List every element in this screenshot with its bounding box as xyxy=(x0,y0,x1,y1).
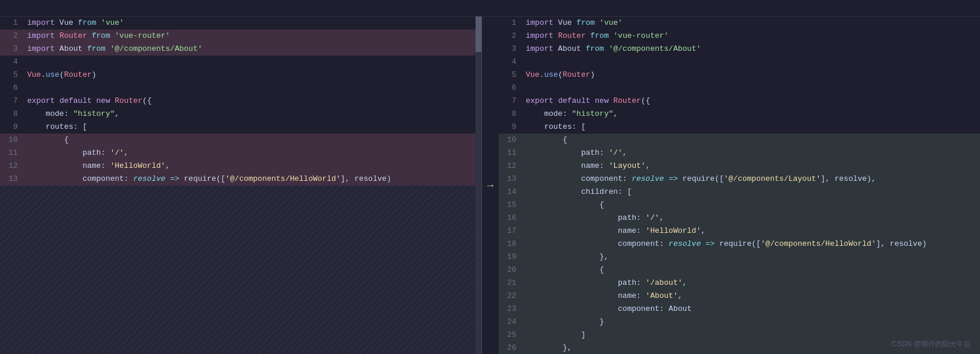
code-line-12: 12 name: 'Layout', xyxy=(499,160,980,173)
line-number: 2 xyxy=(499,30,523,43)
line-content: path: '/', xyxy=(25,147,481,160)
diff-arrow-divider: → xyxy=(482,17,499,354)
right-panel: 1import Vue from 'vue'2import Router fro… xyxy=(499,17,980,354)
code-line-21: 21 path: '/about', xyxy=(499,277,980,290)
line-number: 8 xyxy=(499,108,523,121)
line-number: 3 xyxy=(499,43,523,56)
line-number: 9 xyxy=(499,121,523,134)
line-number: 5 xyxy=(499,69,523,82)
line-number: 3 xyxy=(0,43,25,56)
line-content: path: '/about', xyxy=(523,277,980,290)
line-content: mode: "history", xyxy=(523,108,980,121)
right-code-area[interactable]: 1import Vue from 'vue'2import Router fro… xyxy=(499,17,980,354)
code-line-10: 10 { xyxy=(499,134,980,147)
line-number: 13 xyxy=(0,173,25,186)
line-number: 1 xyxy=(0,17,25,30)
line-content: import Vue from 'vue' xyxy=(25,17,481,30)
line-number: 1 xyxy=(499,17,523,30)
line-number: 16 xyxy=(499,212,523,225)
line-number: 8 xyxy=(0,108,25,121)
code-line-6: 6 xyxy=(0,82,481,95)
code-line-12: 12 name: 'HelloWorld', xyxy=(0,160,481,173)
line-content: component: About xyxy=(523,303,980,316)
left-code-area[interactable]: 1import Vue from 'vue'2import Router fro… xyxy=(0,17,481,186)
line-content: { xyxy=(25,134,481,147)
code-line-3: 3import About from '@/components/About' xyxy=(0,43,481,56)
line-number: 6 xyxy=(0,82,25,95)
line-content: import Router from 'vue-router' xyxy=(523,30,980,43)
code-line-1: 1import Vue from 'vue' xyxy=(0,17,481,30)
diff-arrow-icon: → xyxy=(487,180,494,191)
line-number: 18 xyxy=(499,238,523,251)
line-content: name: 'HelloWorld', xyxy=(25,160,481,173)
line-number: 4 xyxy=(0,56,25,69)
code-line-15: 15 { xyxy=(499,199,980,212)
code-line-5: 5Vue.use(Router) xyxy=(499,69,980,82)
line-number: 4 xyxy=(499,56,523,69)
line-number: 24 xyxy=(499,316,523,329)
code-line-10: 10 { xyxy=(0,134,481,147)
line-content: import About from '@/components/About' xyxy=(25,43,481,56)
line-content: Vue.use(Router) xyxy=(25,69,481,82)
line-content: name: 'HelloWorld', xyxy=(523,225,980,238)
line-number: 10 xyxy=(0,134,25,147)
line-number: 12 xyxy=(499,160,523,173)
line-content: component: resolve => require(['@/compon… xyxy=(523,238,980,251)
code-line-7: 7export default new Router({ xyxy=(0,95,481,108)
line-content: path: '/', xyxy=(523,147,980,160)
line-number: 2 xyxy=(0,30,25,43)
line-content: routes: [ xyxy=(523,121,980,134)
left-panel: 1import Vue from 'vue'2import Router fro… xyxy=(0,17,482,354)
line-number: 17 xyxy=(499,225,523,238)
watermark: CSDN @明仔的阳光午后 xyxy=(891,339,971,349)
code-line-17: 17 name: 'HelloWorld', xyxy=(499,225,980,238)
code-line-24: 24 } xyxy=(499,316,980,329)
line-content: import Router from 'vue-router' xyxy=(25,30,481,43)
code-line-4: 4 xyxy=(499,56,980,69)
line-number: 7 xyxy=(499,95,523,108)
code-line-6: 6 xyxy=(499,82,980,95)
code-line-9: 9 routes: [ xyxy=(499,121,980,134)
line-number: 9 xyxy=(0,121,25,134)
line-content: path: '/', xyxy=(523,212,980,225)
scrollbar-thumb[interactable] xyxy=(476,17,481,52)
line-content: import About from '@/components/About' xyxy=(523,43,980,56)
line-content: children: [ xyxy=(523,186,980,199)
line-number: 20 xyxy=(499,264,523,277)
line-number: 11 xyxy=(0,147,25,160)
scrollbar-track[interactable] xyxy=(476,17,481,354)
line-number: 5 xyxy=(0,69,25,82)
line-number: 14 xyxy=(499,186,523,199)
line-number: 26 xyxy=(499,342,523,354)
line-number: 23 xyxy=(499,303,523,316)
code-line-13: 13 component: resolve => require(['@/com… xyxy=(499,173,980,186)
line-number: 10 xyxy=(499,134,523,147)
code-line-2: 2import Router from 'vue-router' xyxy=(0,30,481,43)
code-line-8: 8 mode: "history", xyxy=(0,108,481,121)
code-line-11: 11 path: '/', xyxy=(0,147,481,160)
line-content: { xyxy=(523,134,980,147)
code-line-11: 11 path: '/', xyxy=(499,147,980,160)
line-content: export default new Router({ xyxy=(25,95,481,108)
code-line-18: 18 component: resolve => require(['@/com… xyxy=(499,238,980,251)
code-line-19: 19 }, xyxy=(499,251,980,264)
line-content: routes: [ xyxy=(25,121,481,134)
code-line-22: 22 name: 'About', xyxy=(499,290,980,303)
code-line-5: 5Vue.use(Router) xyxy=(0,69,481,82)
line-content: } xyxy=(523,316,980,329)
line-number: 13 xyxy=(499,173,523,186)
line-content: component: resolve => require(['@/compon… xyxy=(523,173,980,186)
code-line-7: 7export default new Router({ xyxy=(499,95,980,108)
code-line-14: 14 children: [ xyxy=(499,186,980,199)
line-number: 6 xyxy=(499,82,523,95)
line-content: export default new Router({ xyxy=(523,95,980,108)
hatch-area xyxy=(0,186,481,355)
line-content: name: 'Layout', xyxy=(523,160,980,173)
line-number: 21 xyxy=(499,277,523,290)
code-line-1: 1import Vue from 'vue' xyxy=(499,17,980,30)
line-number: 22 xyxy=(499,290,523,303)
breadcrumb xyxy=(0,0,980,17)
line-number: 19 xyxy=(499,251,523,264)
line-content: { xyxy=(523,199,980,212)
code-line-3: 3import About from '@/components/About' xyxy=(499,43,980,56)
